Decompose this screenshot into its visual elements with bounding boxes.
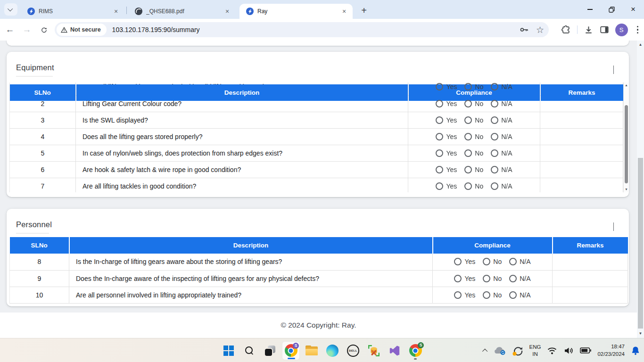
table-scrollbar[interactable]: ▲ ▼ <box>623 82 628 192</box>
volume-icon[interactable] <box>563 346 574 355</box>
radio-yes[interactable]: Yes <box>436 149 457 157</box>
notification-bell-icon[interactable] <box>631 346 640 355</box>
scrollbar-thumb[interactable] <box>638 158 643 329</box>
radio-label: N/A <box>520 258 530 265</box>
equipment-section-card: Equipment SLNo Description Compliance Re… <box>7 52 629 197</box>
radio-no[interactable]: No <box>464 149 483 157</box>
profile-badge: S <box>293 343 299 349</box>
radio-na[interactable]: N/A <box>509 291 530 299</box>
radio-na[interactable]: N/A <box>491 166 512 173</box>
scrollbar-up-icon[interactable]: ▲ <box>637 41 644 48</box>
chevron-down-icon <box>8 6 13 11</box>
radio-yes[interactable]: Yes <box>454 291 475 299</box>
profile-avatar[interactable]: S <box>615 24 628 36</box>
radio-yes[interactable]: Yes <box>454 258 475 265</box>
collapse-section-button[interactable] <box>613 66 619 71</box>
radio-yes[interactable]: Yes <box>436 133 457 140</box>
radio-yes[interactable]: Yes <box>454 275 475 282</box>
battery-icon[interactable] <box>580 347 591 354</box>
remarks-cell <box>540 161 623 178</box>
ssms-button[interactable] <box>365 341 383 360</box>
dell-app-button[interactable]: DELL <box>344 341 362 360</box>
taskbar-search-button[interactable] <box>240 341 258 360</box>
radio-no[interactable]: No <box>483 291 502 299</box>
radio-yes[interactable]: Yes <box>436 100 457 107</box>
task-view-button[interactable] <box>261 341 279 360</box>
radio-no[interactable]: No <box>464 100 483 107</box>
radio-no[interactable]: No <box>464 166 483 173</box>
radio-label: N/A <box>501 133 512 140</box>
extensions-icon[interactable] <box>561 25 571 35</box>
onedrive-cloud-icon[interactable] <box>494 346 506 355</box>
tab-ray-active[interactable]: Ray × <box>239 4 353 19</box>
start-button[interactable] <box>220 341 238 360</box>
compliance-radio-group: Yes No N/A <box>408 149 540 157</box>
radio-no[interactable]: No <box>483 275 502 282</box>
language-indicator[interactable]: ENG IN <box>529 344 541 358</box>
radio-na[interactable]: N/A <box>491 83 512 90</box>
back-button[interactable]: ← <box>3 23 17 37</box>
radio-no[interactable]: No <box>464 133 483 140</box>
radio-yes[interactable]: Yes <box>436 116 457 124</box>
taskbar-chrome-second[interactable]: S <box>406 341 424 360</box>
window-close-button[interactable]: × <box>622 0 644 19</box>
password-key-icon[interactable] <box>519 25 529 35</box>
browser-menu-button[interactable] <box>634 26 641 33</box>
radio-na[interactable]: N/A <box>509 275 530 282</box>
radio-na[interactable]: N/A <box>509 258 530 265</box>
collapse-section-button[interactable] <box>613 223 619 228</box>
search-icon <box>244 346 255 356</box>
radio-na[interactable]: N/A <box>491 149 512 157</box>
table-row: 8 Is the In-charge of lifting gears awar… <box>10 254 628 270</box>
sync-pending-icon[interactable] <box>512 345 523 356</box>
radio-na[interactable]: N/A <box>491 116 512 124</box>
side-panel-icon[interactable] <box>600 25 609 34</box>
equipment-scroll[interactable]: SLNo Description Compliance Remarks 1 Do… <box>9 82 623 192</box>
hidden-icons-chevron[interactable] <box>482 348 487 354</box>
scrollbar-down-icon[interactable]: ▼ <box>624 187 629 192</box>
tab-pdf[interactable]: _QHSE688.pdf × <box>128 4 236 19</box>
column-header-description: Description <box>76 84 408 101</box>
radio-yes[interactable]: Yes <box>436 182 457 190</box>
url-text[interactable]: 103.120.178.195:90/summary <box>112 26 519 33</box>
window-minimize-button[interactable] <box>579 0 601 19</box>
chevron-up-icon <box>613 66 614 74</box>
address-bar[interactable]: Not secure 103.120.178.195:90/summary ☆ <box>55 22 549 37</box>
tab-search-button[interactable] <box>4 3 17 16</box>
equipment-table: SLNo Description Compliance Remarks 1 Do… <box>9 82 623 192</box>
radio-na[interactable]: N/A <box>491 133 512 140</box>
radio-yes[interactable]: Yes <box>436 166 457 173</box>
table-row: 9 Does the In-charge aware of the inspec… <box>10 270 628 287</box>
bookmark-star-icon[interactable]: ☆ <box>536 25 544 34</box>
window-restore-button[interactable] <box>601 0 622 19</box>
browser-toolbar: ← → Not secure 103.120.178.195:90/summar… <box>0 19 644 41</box>
radio-no[interactable]: No <box>464 83 483 90</box>
tab-close-icon[interactable]: × <box>112 8 120 15</box>
restore-icon <box>609 7 615 13</box>
reload-button[interactable] <box>37 23 51 37</box>
edge-button[interactable] <box>323 341 341 360</box>
radio-no[interactable]: No <box>464 116 483 124</box>
browser-scrollbar[interactable]: ▲ ▼ <box>637 41 644 338</box>
download-icon[interactable] <box>584 25 594 35</box>
new-tab-button[interactable]: + <box>357 4 371 17</box>
radio-no[interactable]: No <box>464 182 483 190</box>
tab-rims[interactable]: RIMS × <box>21 4 124 19</box>
visual-studio-button[interactable] <box>386 341 404 360</box>
radio-na[interactable]: N/A <box>491 182 512 190</box>
tab-close-icon[interactable]: × <box>223 8 231 15</box>
tab-close-icon[interactable]: × <box>340 8 348 15</box>
security-chip[interactable]: Not secure <box>57 24 107 36</box>
radio-yes[interactable]: Yes <box>436 83 457 90</box>
taskbar-clock[interactable]: 18:47 02/23/2024 <box>597 343 625 358</box>
wifi-icon[interactable] <box>547 346 557 355</box>
radio-na[interactable]: N/A <box>491 100 512 107</box>
taskbar-chrome-active[interactable]: S <box>282 341 300 360</box>
radio-no[interactable]: No <box>483 258 502 265</box>
forward-button[interactable]: → <box>20 23 34 37</box>
radio-label: N/A <box>520 275 530 282</box>
scrollbar-thumb[interactable] <box>625 105 628 183</box>
scrollbar-up-icon[interactable]: ▲ <box>624 82 629 88</box>
file-explorer-button[interactable] <box>303 341 321 360</box>
scrollbar-down-icon[interactable]: ▼ <box>637 330 644 337</box>
